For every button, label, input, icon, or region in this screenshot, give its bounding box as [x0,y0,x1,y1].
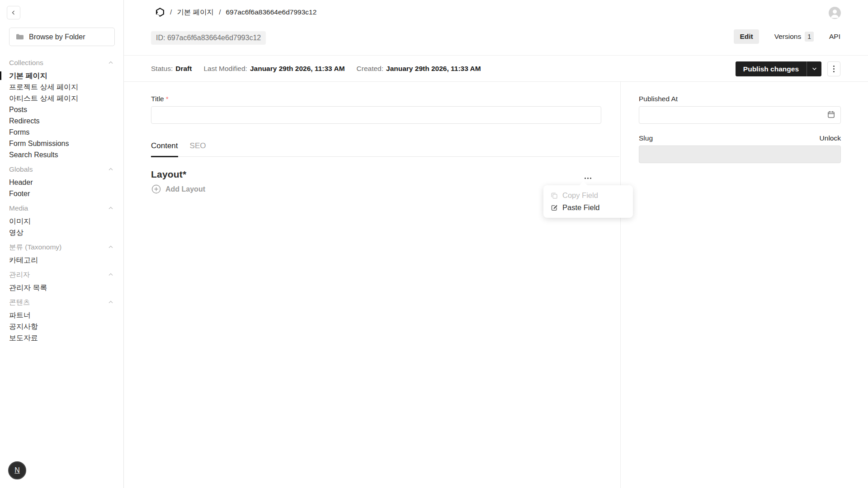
chevron-up-icon [108,61,113,65]
account-avatar[interactable] [829,7,841,19]
slug-label: Slug [639,134,653,142]
app-logo[interactable] [155,7,165,17]
chevron-up-icon [108,273,113,277]
sidebar-item-header[interactable]: Header [0,177,123,188]
nav-group-media: Media 이미지 영상 [0,203,123,238]
nav-group-toggle-admin[interactable]: 관리자 [0,269,123,280]
panel-divider [620,81,621,488]
nav-group-content: 콘텐츠 파트너 공지사항 보도자료 [0,297,123,343]
add-layout-label: Add Layout [165,185,205,193]
published-at-label: Published At [639,95,678,103]
chevron-up-icon [108,206,113,210]
sidebar-item-forms[interactable]: Forms [0,127,123,138]
chevron-left-icon [11,10,16,15]
sidebar-item-admin-list[interactable]: 관리자 목록 [0,282,123,293]
breadcrumb-document-id: 697ac6f6a83664e6d7993c12 [226,8,316,16]
sidebar-item-categories[interactable]: 카테고리 [0,254,123,266]
sidebar-item-basic-pages[interactable]: 기본 페이지 [0,70,123,81]
ellipsis-icon [585,178,586,179]
nav-group-toggle-content[interactable]: 콘텐츠 [0,297,123,308]
nav-group-taxonomy: 분류 (Taxonomy) 카테고리 [0,242,123,266]
created-label: Created: [357,65,383,73]
nav-group-label: 콘텐츠 [9,298,30,307]
copy-field-menu-item: Copy Field [543,189,633,202]
sidebar-item-press-releases[interactable]: 보도자료 [0,332,123,343]
add-layout-button[interactable]: Add Layout [151,184,205,194]
sidebar: Browse by Folder Collections 기본 페이지 프로젝트… [0,0,124,488]
person-icon [829,7,841,19]
status-label: Status: [151,65,173,73]
required-asterisk: * [166,95,169,103]
chevron-down-icon [812,67,817,70]
title-input[interactable] [151,106,601,124]
more-options-button[interactable] [827,61,840,76]
sidebar-item-redirects[interactable]: Redirects [0,115,123,127]
publish-options-button[interactable] [807,61,821,76]
paste-edit-icon [551,204,558,211]
nav-group-label: 분류 (Taxonomy) [9,243,61,252]
sidebar-item-search-results[interactable]: Search Results [0,149,123,160]
sidebar-item-artist-detail-pages[interactable]: 아티스트 상세 페이지 [0,93,123,104]
status-divider [124,81,868,82]
sidebar-item-posts[interactable]: Posts [0,104,123,115]
nav-group-label: Collections [9,59,43,67]
document-actions: Publish changes [736,61,840,76]
document-id-pill: ID: 697ac6f6a83664e6d7993c12 [151,31,266,45]
tab-api[interactable]: API [829,33,840,41]
layout-field-menu-button[interactable] [579,171,597,181]
publish-split-button: Publish changes [736,61,821,76]
sidebar-item-videos[interactable]: 영상 [0,227,123,238]
user-avatar[interactable]: N [8,461,26,479]
plus-circle-icon [151,184,161,194]
sidebar-item-notices[interactable]: 공지사항 [0,321,123,332]
breadcrumb: / 기본 페이지 / 697ac6f6a83664e6d7993c12 [155,6,316,19]
published-at-input[interactable] [639,106,841,124]
breadcrumb-separator: / [219,8,221,16]
tab-seo[interactable]: SEO [190,141,206,150]
chevron-up-icon [108,245,113,249]
browse-by-folder-label: Browse by Folder [29,33,85,41]
kebab-icon [833,66,835,67]
tab-edit[interactable]: Edit [734,29,759,44]
nav-group-toggle-collections[interactable]: Collections [0,57,123,68]
folder-icon [16,33,24,40]
sidebar-item-project-detail-pages[interactable]: 프로젝트 상세 페이지 [0,81,123,93]
user-initial: N [14,466,20,474]
sidebar-item-form-submissions[interactable]: Form Submissions [0,138,123,149]
nav-group-label: Globals [9,165,33,174]
payload-admin-page: Browse by Folder Collections 기본 페이지 프로젝트… [0,0,868,488]
last-modified-value: January 29th 2026, 11:33 AM [250,65,345,73]
tab-versions[interactable]: Versions 1 [774,32,814,42]
nav-group-collections: Collections 기본 페이지 프로젝트 상세 페이지 아티스트 상세 페… [0,57,123,160]
tab-content[interactable]: Content [151,141,178,150]
breadcrumb-collection[interactable]: 기본 페이지 [177,8,214,17]
nav-group-toggle-globals[interactable]: Globals [0,164,123,175]
nav-group-label: Media [9,204,28,212]
calendar-icon [827,111,835,118]
payload-logo-icon [155,7,165,17]
slug-input [639,145,841,163]
slug-unlock-button[interactable]: Unlock [820,134,841,142]
field-action-menu: Copy Field Paste Field [543,185,633,218]
tab-versions-label: Versions [774,33,801,41]
status-value: Draft [175,65,192,73]
nav-group-toggle-taxonomy[interactable]: 분류 (Taxonomy) [0,242,123,253]
paste-field-menu-item[interactable]: Paste Field [543,202,633,214]
last-modified-label: Last Modified: [203,65,247,73]
chevron-up-icon [108,300,113,304]
layout-field-heading: Layout* [151,169,186,180]
sidebar-item-images[interactable]: 이미지 [0,216,123,227]
nav-group-globals: Globals Header Footer [0,164,123,199]
collapse-sidebar-button[interactable] [7,6,20,19]
breadcrumb-separator: / [170,8,172,16]
status-bar: Status: Draft Last Modified: January 29t… [151,56,481,81]
publish-changes-button[interactable]: Publish changes [736,61,807,76]
browse-by-folder-button[interactable]: Browse by Folder [9,28,115,46]
versions-count-badge: 1 [805,32,814,42]
sidebar-item-partners[interactable]: 파트너 [0,310,123,321]
document-tabs: Edit Versions 1 API [734,29,840,44]
nav-group-toggle-media[interactable]: Media [0,203,123,214]
slug-field-header: Slug Unlock [639,134,841,142]
calendar-button[interactable] [826,111,836,120]
sidebar-item-footer[interactable]: Footer [0,188,123,199]
